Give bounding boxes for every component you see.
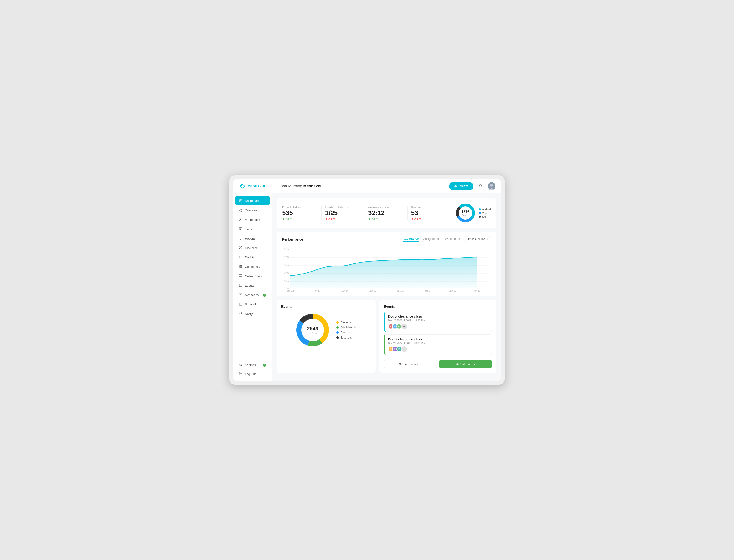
add-events-button[interactable]: ⊕ Add Events (439, 360, 492, 368)
logo-area: MEDHAVHI (239, 182, 278, 190)
greeting: Good Morning Medhavhi (278, 184, 449, 188)
sidebar-item-discipline[interactable]: Discipline (235, 244, 270, 252)
sidebar-item-overview[interactable]: ◎ Overview (235, 206, 270, 215)
stat-avg-view-time: Average view time 32:12 ▲2.35% (365, 206, 407, 220)
sidebar-item-dashboard[interactable]: ⊞ Dashboard (235, 196, 270, 205)
tab-assignments[interactable]: Assignments (423, 237, 440, 241)
stat-change-0: ▲2.35% (282, 218, 318, 220)
stat-change-1: ▼2.35% (325, 218, 361, 220)
header-actions: ⊕ Create (449, 182, 495, 190)
svg-rect-7 (239, 237, 242, 239)
event-avatar: F (396, 346, 402, 352)
perf-tabs: Attendance Assignments Watch hour 12 Jan… (402, 236, 491, 242)
legend-students: Students (337, 321, 358, 324)
plus-icon: ⊕ (454, 184, 457, 188)
svg-text:Jan 19: Jan 19 (473, 290, 480, 292)
notify-icon (239, 312, 243, 316)
svg-rect-18 (240, 284, 242, 287)
tab-watchhour[interactable]: Watch hour (445, 237, 460, 241)
card-footer: See all Events → ⊕ Add Events (384, 357, 492, 368)
chevron-down-icon: ▾ (486, 238, 488, 241)
bottom-row: Events (277, 300, 496, 373)
stats-card: Present Students 535 ▲2.35% Faculty to s… (277, 198, 496, 228)
sidebar-item-schedule[interactable]: Schedule (235, 300, 270, 309)
svg-text:Jan 16: Jan 16 (397, 290, 404, 292)
messages-badge: 4 (263, 294, 266, 297)
sidebar-item-reports[interactable]: Reports (235, 234, 270, 243)
stat-present-students: Present Students 535 ▲2.35% (282, 206, 322, 220)
event-avatar-more: + (401, 324, 407, 329)
perf-header: Performance Attendance Assignments Watch… (282, 236, 491, 242)
sidebar-bottom: ⚙ Settings 4 Log Out (233, 358, 272, 379)
see-all-events-button[interactable]: See all Events → (384, 360, 437, 368)
tab-attendance[interactable]: Attendance (402, 237, 419, 242)
event-avatar-more: + (401, 346, 407, 352)
onlineclass-icon (239, 274, 243, 278)
svg-text:30m: 30m (284, 264, 289, 266)
user-avatar[interactable] (488, 182, 495, 190)
event-menu-1[interactable]: ⋮ (485, 337, 489, 342)
date-range-select[interactable]: 12 Jan-19 Jan ▾ (465, 236, 491, 242)
devices-legend: Android Web iOS (479, 208, 491, 218)
event-avatars-0: A B C + (388, 324, 488, 329)
donut2-row: 2543 Total Users Students (281, 312, 371, 348)
svg-point-2 (240, 218, 241, 219)
devices-donut-label: 1576 Devices (461, 210, 469, 216)
event-avatar: C (396, 324, 402, 329)
events-donut-title: Events (281, 305, 371, 308)
users-legend: Students Administration Parents (337, 321, 358, 339)
header: MEDHAVHI Good Morning Medhavhi ⊕ Create (233, 179, 501, 193)
events-list-card: Events Doubt clearance class Dec 20 2022… (379, 300, 496, 373)
svg-rect-15 (239, 275, 242, 277)
events-list-title: Events (384, 305, 492, 308)
sidebar-item-attendance[interactable]: Attendance (235, 216, 270, 224)
settings-icon: ⚙ (239, 363, 243, 367)
sidebar-item-onlineclass[interactable]: Online Class (235, 272, 270, 280)
performance-card: Performance Attendance Assignments Watch… (277, 232, 496, 296)
event-menu-0[interactable]: ⋮ (485, 315, 489, 319)
sidebar-item-community[interactable]: Community (235, 263, 270, 271)
svg-text:Jan 12: Jan 12 (287, 290, 294, 292)
event-avatars-1: D E F + (388, 346, 488, 352)
event-item-0: Doubt clearance class Dec 20 2022, 1:00 … (384, 312, 492, 332)
sidebar: ⊞ Dashboard ◎ Overview Attendance (233, 193, 272, 381)
legend-parents: Parents (337, 331, 358, 334)
sidebar-item-tests[interactable]: Tests (235, 225, 270, 233)
discipline-icon (239, 246, 243, 250)
stat-change-2: ▲2.35% (368, 218, 404, 220)
perf-title: Performance (282, 237, 303, 241)
logout-icon (239, 372, 243, 376)
dashboard-icon: ⊞ (239, 199, 243, 203)
bell-icon[interactable] (477, 182, 484, 190)
legend-teachers: Teachers (337, 336, 358, 339)
events-icon (239, 284, 243, 288)
sidebar-item-notify[interactable]: Notify (235, 310, 270, 318)
svg-text:0m: 0m (285, 287, 289, 289)
legend-ios: iOS (479, 215, 491, 218)
sidebar-item-settings[interactable]: ⚙ Settings 4 (235, 361, 270, 369)
settings-badge: 4 (263, 364, 266, 367)
svg-text:Jan 14: Jan 14 (341, 290, 349, 292)
devices-donut: 1576 Devices (455, 203, 476, 223)
svg-text:10m: 10m (284, 280, 289, 283)
svg-rect-22 (240, 303, 242, 305)
svg-text:20m: 20m (284, 272, 289, 274)
community-icon (239, 265, 243, 269)
reports-icon (239, 237, 243, 241)
svg-text:Jan 17: Jan 17 (425, 290, 432, 292)
create-button[interactable]: ⊕ Create (449, 182, 473, 190)
users-donut: 2543 Total Users (294, 312, 331, 348)
legend-administration: Administration (337, 326, 358, 329)
events-donut-card: Events (277, 300, 376, 373)
devices-area: 1576 Devices Android Web (450, 203, 491, 223)
logo-text: MEDHAVHI (248, 185, 265, 188)
sidebar-item-events[interactable]: Events (235, 281, 270, 290)
sidebar-item-messages[interactable]: Messages 4 (235, 291, 270, 299)
svg-text:50m: 50m (284, 248, 289, 250)
schedule-icon (239, 302, 243, 306)
main-layout: ⊞ Dashboard ◎ Overview Attendance (233, 193, 501, 381)
sidebar-item-logout[interactable]: Log Out (235, 370, 270, 378)
main-content: Present Students 535 ▲2.35% Faculty to s… (272, 193, 501, 381)
sidebar-item-doubts[interactable]: Doubts (235, 253, 270, 262)
svg-text:Jan 15: Jan 15 (369, 290, 376, 292)
